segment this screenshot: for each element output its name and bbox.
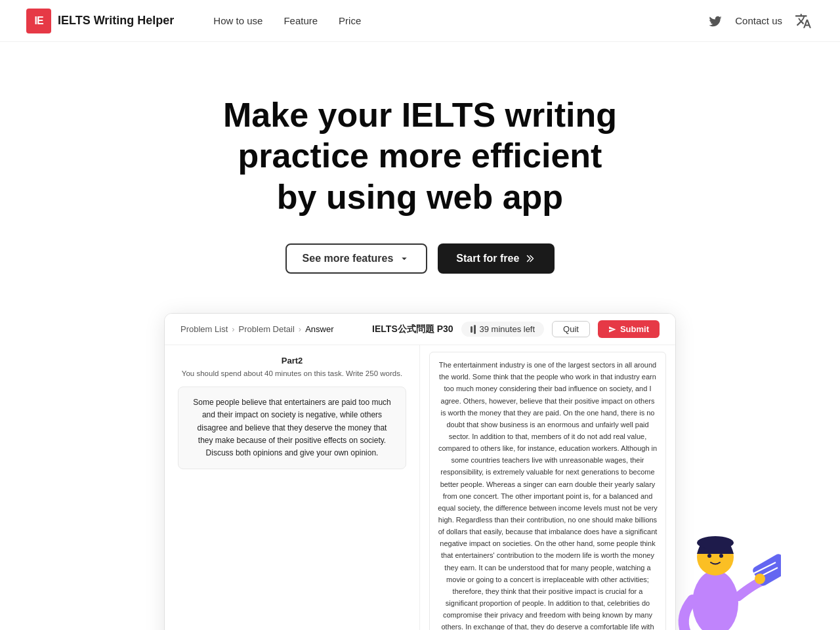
contact-link[interactable]: Contact us [735, 15, 782, 26]
app-name: IELTS Writing Helper [58, 14, 174, 28]
chevron-right-double-icon [524, 253, 536, 264]
svg-point-8 [755, 574, 765, 584]
navbar: IE IELTS Writing Helper How to use Featu… [0, 0, 840, 42]
app-screenshot: Problem List › Problem Detail › Answer I… [164, 313, 676, 630]
logo-icon: IE [26, 9, 51, 33]
breadcrumb-step1: Problem List [180, 324, 228, 334]
hero-section: Make your IELTS writing practice more ef… [0, 42, 840, 630]
ss-answer-box[interactable]: The entertainment industry is one of the… [429, 352, 666, 630]
nav-price[interactable]: Price [339, 15, 361, 26]
timer-label: 39 minutes left [480, 324, 536, 334]
nav-how-to-use[interactable]: How to use [213, 15, 262, 26]
svg-point-2 [697, 536, 734, 549]
ss-question-panel: Part2 You should spend about 40 minutes … [165, 345, 420, 630]
translate-icon[interactable] [793, 10, 814, 32]
illustration [650, 472, 781, 630]
nav-feature[interactable]: Feature [284, 15, 318, 26]
ss-breadcrumb: Problem List › Problem Detail › Answer [180, 324, 334, 334]
ss-body: Part2 You should spend about 40 minutes … [165, 345, 675, 630]
ss-part-label: Part2 [178, 356, 406, 366]
ss-timer: 39 minutes left [461, 322, 545, 337]
timer-icon [471, 325, 476, 334]
ss-answer-panel: The entertainment industry is one of the… [420, 345, 675, 630]
chevron-down-icon [398, 253, 410, 264]
problem-title: IELTS公式問題 P30 [372, 324, 453, 335]
ss-quit-button[interactable]: Quit [552, 321, 590, 337]
ss-header: Problem List › Problem Detail › Answer I… [165, 314, 675, 345]
app-screenshot-container: Problem List › Problem Detail › Answer I… [164, 313, 676, 630]
hero-buttons: See more features Start for free [285, 243, 555, 274]
hero-title: Make your IELTS writing practice more ef… [158, 94, 682, 217]
svg-point-0 [692, 570, 738, 630]
svg-point-3 [707, 554, 711, 558]
nav-right: Contact us [706, 10, 814, 32]
see-more-features-button[interactable]: See more features [285, 243, 428, 274]
svg-point-4 [719, 554, 723, 558]
ss-instructions: You should spend about 40 minutes on thi… [178, 369, 406, 377]
breadcrumb-step3: Answer [305, 324, 333, 334]
submit-icon [608, 326, 616, 333]
breadcrumb-step2: Problem Detail [239, 324, 295, 334]
twitter-icon[interactable] [706, 12, 724, 30]
ss-question-box: Some people believe that entertainers ar… [178, 387, 406, 469]
ss-submit-button[interactable]: Submit [598, 320, 660, 338]
ss-toolbar: IELTS公式問題 P30 39 minutes left Quit S [372, 320, 660, 338]
start-for-free-button[interactable]: Start for free [438, 243, 555, 274]
nav-links: How to use Feature Price [213, 15, 361, 26]
logo-link[interactable]: IE IELTS Writing Helper [26, 9, 174, 33]
